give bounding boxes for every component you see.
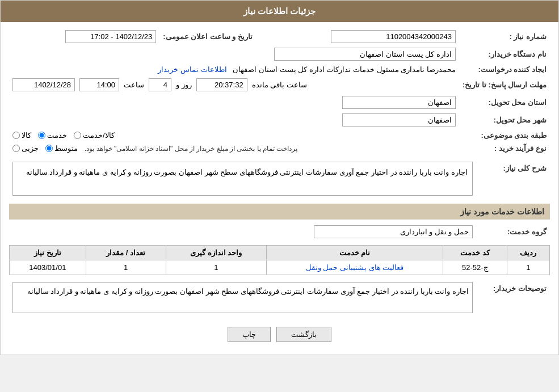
radio-motoset-label: متوسط	[54, 144, 78, 153]
td-tedad: 1	[86, 260, 166, 275]
group-input[interactable]	[314, 225, 473, 238]
shomara-label: شماره نیاز :	[459, 28, 550, 45]
radio-khadamat-label: خدمت	[47, 131, 67, 140]
ijad-label: ایجاد کننده درخواست:	[459, 63, 550, 76]
row-shomara-tarikh: شماره نیاز : تاریخ و ساعت اعلان عمومی:	[9, 28, 550, 45]
print-button[interactable]: چاپ	[228, 327, 271, 342]
group-table: گروه خدمت:	[9, 223, 550, 241]
th-vahed: واحد اندازه گیری	[166, 246, 267, 260]
nam-dastgah-value	[9, 45, 459, 63]
noafrayand-radio-group: پرداخت تمام یا بخشی از مبلغ خریدار از مح…	[12, 144, 456, 153]
row-tabaqebandi: طبقه بندی موضوعی: کالا/خدمت خدمت کالا	[9, 129, 550, 142]
td-vahed: 1	[166, 260, 267, 275]
tabaqebandi-label: طبقه بندی موضوعی:	[459, 129, 550, 142]
ostan-label: استان محل تحویل:	[459, 94, 550, 111]
tabaqebandi-radio-group: کالا/خدمت خدمت کالا	[12, 131, 456, 140]
rooz-input[interactable]	[149, 78, 171, 91]
tarikh-input[interactable]	[12, 78, 75, 91]
nam-dastgah-input[interactable]	[274, 48, 456, 61]
row-ijad-konande: ایجاد کننده درخواست: محمدرضا نامداری مسئ…	[9, 63, 550, 76]
shomara-value	[256, 28, 459, 45]
row-noafrayand: نوع فرآیند خرید : پرداخت تمام یا بخشی از…	[9, 142, 550, 155]
back-button[interactable]: بازگشت	[276, 327, 331, 342]
tarikh-aalan-input[interactable]	[65, 30, 156, 43]
saat-input[interactable]	[79, 78, 119, 91]
radio-kala-label: کالا	[22, 131, 31, 140]
th-radif: ردیف	[507, 246, 549, 260]
content-area: شماره نیاز : تاریخ و ساعت اعلان عمومی: ن…	[1, 22, 558, 355]
mohlet-label: مهلت ارسال پاسخ: تا تاریخ:	[459, 76, 550, 94]
info-table: شماره نیاز : تاریخ و ساعت اعلان عمومی: ن…	[9, 28, 550, 155]
radio-motoset-input[interactable]	[45, 145, 53, 152]
th-tedad: تعداد / مقدار	[86, 246, 166, 260]
tarikh-aalan-value	[9, 28, 159, 45]
radio-jozvi: جزیی	[12, 144, 39, 153]
shahr-value	[9, 111, 459, 129]
nam-dastgah-label: نام دستگاه خریدار:	[459, 45, 550, 63]
radio-jozvi-label: جزیی	[22, 144, 39, 153]
sharh-table: شرح کلی نیاز: اجاره وانت باربا راننده در…	[9, 159, 550, 198]
saat-label: ساعت	[124, 81, 144, 89]
radio-khadamat-input[interactable]	[38, 132, 45, 139]
sharh-content: اجاره وانت باربا راننده در اختیار جمع آو…	[9, 159, 476, 198]
radio-kala-input[interactable]	[12, 132, 20, 139]
tamas-khardar-link[interactable]: اطلاعات تماس خریدار	[158, 65, 226, 74]
radio-motoset: متوسط	[45, 144, 78, 153]
shahr-input[interactable]	[342, 113, 456, 127]
tarikh-aalan-label: تاریخ و ساعت اعلان عمومی:	[159, 28, 256, 45]
row-mohlet: مهلت ارسال پاسخ: تا تاریخ: ساعت باقی مان…	[9, 76, 550, 94]
td-tarikh: 1403/01/01	[10, 260, 86, 275]
mohlet-value: ساعت باقی مانده روز و ساعت	[9, 76, 459, 94]
sharh-text: اجاره وانت باربا راننده در اختیار جمع آو…	[12, 162, 473, 196]
tabaqebandi-value: کالا/خدمت خدمت کالا	[9, 129, 459, 142]
noafrayand-value: پرداخت تمام یا بخشی از مبلغ خریدار از مح…	[9, 142, 459, 155]
services-table-head: ردیف کد خدمت نام خدمت واحد اندازه گیری ت…	[10, 246, 550, 260]
tosifat-content: اجاره وانت باربا راننده در اختیار جمع آو…	[9, 280, 476, 315]
th-tarikh: تاریخ نیاز	[10, 246, 86, 260]
td-name[interactable]: فعالیت های پشتیبانی حمل ونقل	[267, 260, 443, 275]
ostan-value	[9, 94, 459, 111]
row-ostan-tahvil: استان محل تحویل:	[9, 94, 550, 111]
ijad-value: محمدرضا نامداری مسئول خدمات تداركات ادار…	[9, 63, 459, 76]
group-label: گروه خدمت:	[476, 223, 550, 241]
th-code: کد خدمت	[443, 246, 507, 260]
services-header-row: ردیف کد خدمت نام خدمت واحد اندازه گیری ت…	[10, 246, 550, 260]
khadamat-section-title: اطلاعات خدمات مورد نیاز	[9, 204, 550, 220]
radio-kala-khadamat-input[interactable]	[74, 132, 81, 139]
services-table: ردیف کد خدمت نام خدمت واحد اندازه گیری ت…	[9, 245, 550, 275]
sharh-label: شرح کلی نیاز:	[476, 159, 550, 198]
footer-buttons: بازگشت چاپ	[9, 320, 550, 349]
page-title: جزئیات اطلاعات نیاز	[243, 6, 316, 16]
radio-kala-khadamat: کالا/خدمت	[74, 131, 115, 140]
row-shahr-tahvil: شهر محل تحویل:	[9, 111, 550, 129]
baqi-saat-label: ساعت باقی مانده	[252, 81, 307, 89]
page-header: جزئیات اطلاعات نیاز	[1, 1, 558, 22]
row-nam-dastgah: نام دستگاه خریدار:	[9, 45, 550, 63]
radio-kala-khadamat-label: کالا/خدمت	[83, 131, 115, 140]
ostan-input[interactable]	[342, 96, 456, 109]
page-wrapper: جزئیات اطلاعات نیاز شماره نیاز : تاریخ و…	[0, 0, 559, 355]
tosifat-table: توصیحات خریدار: اجاره وانت باربا راننده …	[9, 280, 550, 315]
rooz-label: روز و	[176, 81, 192, 89]
radio-jozvi-input[interactable]	[12, 145, 20, 152]
radio-khadamat: خدمت	[38, 131, 67, 140]
services-table-body: 1 ج-52-52 فعالیت های پشتیبانی حمل ونقل 1…	[10, 260, 550, 275]
radio-kala: کالا	[12, 131, 31, 140]
tosifat-row: توصیحات خریدار: اجاره وانت باربا راننده …	[9, 280, 550, 315]
td-radif: 1	[507, 260, 549, 275]
ijad-text: محمدرضا نامداری مسئول خدمات تداركات ادار…	[233, 65, 456, 74]
td-code: ج-52-52	[443, 260, 507, 275]
noafrayand-notice: پرداخت تمام یا بخشی از مبلغ خریدار از مح…	[85, 145, 297, 153]
baqi-saat-input[interactable]	[196, 78, 247, 91]
group-row: گروه خدمت:	[9, 223, 550, 241]
tosifat-label: توصیحات خریدار:	[476, 280, 550, 315]
table-row: 1 ج-52-52 فعالیت های پشتیبانی حمل ونقل 1…	[10, 260, 550, 275]
noafrayand-label: نوع فرآیند خرید :	[459, 142, 550, 155]
th-name: نام خدمت	[267, 246, 443, 260]
sharh-row: شرح کلی نیاز: اجاره وانت باربا راننده در…	[9, 159, 550, 198]
tosifat-text: اجاره وانت باربا راننده در اختیار جمع آو…	[12, 282, 473, 313]
shahr-label: شهر محل تحویل:	[459, 111, 550, 129]
group-value	[9, 223, 476, 241]
shomara-input[interactable]	[331, 30, 456, 43]
